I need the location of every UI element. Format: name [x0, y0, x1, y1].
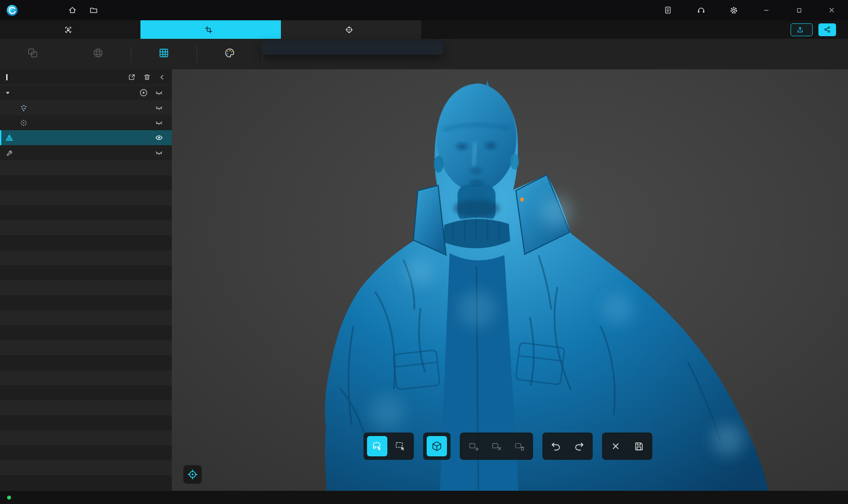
home-button[interactable]: [68, 5, 77, 15]
release-notes-icon: [664, 6, 673, 15]
tree-item-repaired[interactable]: [0, 145, 172, 160]
main-tab-bar: [0, 20, 848, 39]
selection-toolbar: [363, 433, 652, 460]
invert-selection-icon: [468, 440, 479, 452]
undo-icon: [550, 440, 562, 452]
export-model-button[interactable]: [791, 23, 813, 36]
mesh-wireframe-icon: [5, 134, 13, 142]
save-edit-button[interactable]: [628, 436, 649, 456]
chevron-left-icon: [159, 74, 166, 81]
box-select-button[interactable]: [427, 436, 447, 456]
ribbon-item-color-mapping[interactable]: [197, 39, 262, 69]
selection-ops-group: [460, 433, 533, 460]
ribbon-item-meshing[interactable]: [65, 39, 131, 69]
maximize-button[interactable]: [783, 0, 815, 20]
clear-selection-icon: [491, 440, 502, 452]
settings-button[interactable]: [717, 0, 750, 20]
import-model-button[interactable]: [128, 73, 136, 81]
support-button[interactable]: [685, 0, 717, 20]
tree-item-mesh[interactable]: [0, 130, 172, 145]
eye-closed-icon[interactable]: [155, 89, 163, 97]
point-cloud-icon: [19, 104, 27, 112]
eye-closed-icon[interactable]: [155, 149, 163, 157]
status-bar: [0, 491, 848, 504]
release-notes-button[interactable]: [652, 0, 685, 20]
close-button[interactable]: [815, 0, 848, 20]
tree-item-scan-1[interactable]: [0, 85, 172, 100]
rect-select-button[interactable]: [390, 436, 410, 456]
tab-mesh-processing[interactable]: [140, 20, 281, 39]
redo-icon: [573, 440, 585, 452]
recenter-crosshair-icon: [187, 469, 198, 480]
target-icon: [345, 26, 353, 34]
cube-select-icon: [431, 440, 443, 452]
project-tree: [0, 85, 172, 491]
app-window: [0, 0, 848, 504]
tab-scan[interactable]: [0, 20, 140, 39]
alignment-icon: [27, 47, 38, 59]
undo-button[interactable]: [546, 436, 566, 456]
open-folder-button[interactable]: [89, 5, 98, 15]
tab-calibration[interactable]: [281, 20, 421, 39]
title-bar: [0, 0, 848, 20]
lasso-select-button[interactable]: [367, 436, 387, 456]
project-panel: [0, 69, 172, 491]
recenter-view-button[interactable]: [183, 465, 202, 484]
delete-selection-button[interactable]: [509, 436, 530, 456]
device-status-dot: [7, 496, 11, 500]
save-icon: [633, 441, 644, 452]
eye-closed-icon[interactable]: [155, 119, 163, 127]
share-button[interactable]: [818, 23, 836, 36]
trash-icon: [143, 73, 151, 81]
headset-icon: [697, 6, 706, 15]
close-icon: [828, 7, 835, 14]
scanned-mesh-model[interactable]: [309, 79, 782, 491]
collapse-panel-button[interactable]: [159, 74, 166, 81]
confirm-group: [602, 433, 652, 460]
home-icon: [68, 6, 77, 15]
calibration-tooltip: [261, 41, 443, 55]
ribbon-item-alignment[interactable]: [0, 39, 65, 69]
maximize-icon: [796, 7, 803, 14]
delete-project-button[interactable]: [143, 73, 151, 81]
history-group: [542, 433, 593, 460]
fused-dots-icon: [19, 119, 27, 127]
gear-icon: [729, 6, 738, 15]
crop-icon: [204, 26, 213, 34]
minimize-button[interactable]: [750, 0, 783, 20]
project-panel-header: [0, 69, 172, 85]
ribbon-item-edit[interactable]: [131, 39, 197, 69]
viewport-3d[interactable]: [172, 69, 848, 491]
scan-marker: [520, 198, 524, 202]
cancel-edit-button[interactable]: [606, 436, 626, 456]
rect-select-icon: [394, 440, 406, 452]
import-model-icon: [128, 73, 136, 81]
export-icon: [797, 26, 803, 33]
eye-closed-icon[interactable]: [155, 104, 163, 112]
play-icon[interactable]: [140, 89, 148, 97]
tree-item-fused[interactable]: [0, 115, 172, 130]
delete-selection-icon: [514, 440, 525, 452]
minimize-icon: [763, 7, 770, 14]
edit-grid-icon: [158, 47, 170, 59]
through-select-group: [423, 433, 450, 460]
caret-down-icon[interactable]: [5, 90, 11, 95]
lasso-select-icon: [371, 440, 383, 452]
select-mode-group: [363, 433, 414, 460]
scan-frame-icon: [64, 26, 72, 34]
redo-button[interactable]: [569, 436, 589, 456]
eye-open-icon[interactable]: [155, 134, 163, 142]
app-logo-icon: [6, 4, 18, 16]
palette-icon: [224, 47, 235, 59]
folder-icon: [89, 6, 98, 15]
clear-selection-button[interactable]: [486, 436, 507, 456]
meshing-sphere-icon: [92, 47, 104, 59]
repair-wrench-icon: [5, 149, 13, 157]
tree-item-raw[interactable]: [0, 100, 172, 115]
invert-selection-button[interactable]: [463, 436, 484, 456]
cancel-icon: [610, 441, 621, 451]
share-icon: [823, 26, 831, 34]
